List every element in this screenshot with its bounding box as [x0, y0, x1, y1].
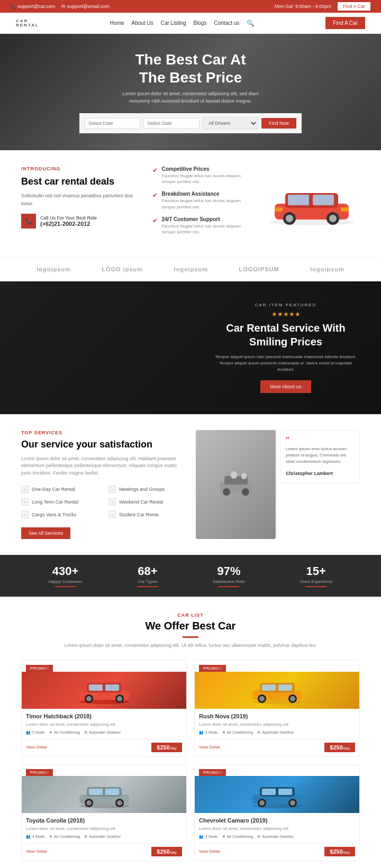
stat-satisfaction: 97% Satisfaction Rate	[213, 564, 244, 587]
svg-point-25	[117, 696, 122, 701]
svg-rect-15	[231, 471, 237, 479]
banner-content: CAR ITEM FEATURED ★★★★★ Car Rental Servi…	[212, 303, 360, 393]
hero-title: The Best Car At The Best Price	[79, 51, 302, 86]
car-ac-4: ❄ Air Conditioning	[222, 835, 253, 839]
intro-tag: INTRODUCING	[21, 166, 137, 171]
stat-customers: 430+ Happy Customers	[49, 564, 83, 587]
intro-section: INTRODUCING Best car rental deals Sollic…	[0, 150, 381, 257]
car-svg-1	[75, 675, 133, 705]
svg-rect-21	[105, 684, 119, 691]
services-testimonial: " Lorem ipsum eros luctus acusan pretium…	[280, 430, 360, 483]
intro-title: Best car rental deals	[21, 176, 137, 188]
intro-car-image	[264, 166, 360, 241]
top-bar: 📞 support@car.com ✉ support@email.com Mo…	[0, 0, 381, 13]
stat-number-1: 430+	[49, 564, 83, 578]
feature-support: ✔ 24/7 Customer Support Faucibus feugiat…	[152, 216, 248, 235]
services-left: TOP SERVICES Our service your satisfacti…	[21, 430, 185, 539]
find-now-button[interactable]: Find Now	[261, 118, 296, 129]
service-dot-1: →	[21, 486, 29, 493]
car-info-3: Toyota Corolla (2018) Lorem dolor sit am…	[22, 813, 186, 861]
car-footer-2: View Detail $250/day	[199, 739, 355, 752]
car-view-link-3[interactable]: View Detail	[26, 849, 47, 854]
see-all-services-button[interactable]: See All Services	[21, 527, 70, 539]
service-item-1: → One-Day Car Rental	[21, 484, 98, 495]
svg-point-13	[223, 488, 230, 496]
services-photo-1	[196, 430, 276, 539]
feature-text-2: Breakdown Assistance Faucibus feugiat te…	[162, 191, 248, 209]
car-features-4: 👥 4 Seats ❄ Air Conditioning ⚙ Automatic…	[199, 835, 355, 839]
banner-section: CAR ITEM FEATURED ★★★★★ Car Rental Servi…	[0, 281, 381, 414]
stat-label-3: Satisfaction Rate	[213, 579, 244, 584]
check-icon-3: ✔	[152, 217, 158, 224]
stat-bar-1	[55, 586, 76, 587]
car-ac-1: ❄ Air Conditioning	[49, 730, 80, 735]
nav-home[interactable]: Home	[110, 20, 124, 26]
car-image-2	[195, 672, 359, 709]
services-desc: Lorem ipsum dolor sit amet, consectetur …	[21, 455, 185, 477]
pickup-date-input[interactable]	[85, 118, 140, 129]
car-image-3	[22, 776, 186, 813]
car-card-1: PROMO ! Timor Hatchback (2018) Lorem dol…	[21, 660, 187, 757]
car-price-2: $250/day	[324, 743, 355, 752]
top-bar-hours: Mon-Sat: 9:00am - 6:00pm	[275, 4, 331, 9]
services-tag: TOP SERVICES	[21, 430, 185, 435]
car-svg-4	[248, 780, 306, 809]
car-info-1: Timor Hatchback (2018) Lorem dolor sit a…	[22, 709, 186, 756]
svg-rect-9	[275, 207, 283, 212]
svg-rect-38	[89, 789, 103, 795]
car-view-link-2[interactable]: View Detail	[199, 745, 220, 750]
services-section: TOP SERVICES Our service your satisfacti…	[0, 414, 381, 555]
check-icon-2: ✔	[152, 191, 158, 199]
services-right: " Lorem ipsum eros luctus acusan pretium…	[196, 430, 360, 539]
dropoff-date-input[interactable]	[143, 118, 199, 129]
find-car-button[interactable]: Find A Car	[325, 17, 365, 29]
car-footer-3: View Detail $250/day	[26, 843, 182, 856]
svg-point-0	[269, 219, 354, 225]
car-name-4: Chevrolet Camaro (2019)	[199, 817, 355, 824]
people-car-icon	[215, 469, 257, 500]
car-trans-4: ⚙ Automatic Gearbox	[257, 835, 294, 839]
car-price-4: $250/day	[324, 847, 355, 856]
logo-bar: logoipsum LOGO ipsum logoipsum LOGOIPSUM…	[0, 257, 381, 281]
service-item-3: → Long Term Car Rental	[21, 497, 98, 507]
intro-phone: 📞 Call Us For Your Best Ride (+62)21-200…	[21, 214, 137, 229]
nav-contact[interactable]: Contact us	[214, 20, 240, 26]
intro-desc: Sollicitudin nisl nisl vivamus penatibus…	[21, 192, 137, 207]
svg-rect-47	[262, 789, 276, 795]
stat-number-3: 97%	[213, 564, 244, 578]
car-desc-1: Lorem dolor sit amet, consectetur adipis…	[26, 721, 182, 727]
car-badge-4: PROMO !	[199, 769, 226, 776]
car-view-link-1[interactable]: View Detail	[26, 745, 47, 750]
svg-point-8	[329, 215, 337, 222]
search-bar: All Drivers Find Now	[79, 113, 302, 133]
car-card-4: PROMO ! Chevrolet Camaro (2019) Lorem do…	[194, 764, 360, 861]
nav-listing[interactable]: Car Listing	[161, 20, 186, 26]
search-icon[interactable]: 🔍	[247, 20, 255, 27]
car-svg-3	[75, 780, 133, 809]
services-testimonial-col: " Lorem ipsum eros luctus acusan pretium…	[280, 430, 360, 539]
svg-point-50	[259, 800, 265, 806]
top-bar-find-car[interactable]: Find A Car	[338, 2, 370, 11]
car-ac-3: ❄ Air Conditioning	[49, 835, 80, 839]
phone-text: Call Us For Your Best Ride (+62)21-2002-…	[40, 215, 97, 227]
car-info-4: Chevrolet Camaro (2019) Lorem dolor sit …	[195, 813, 359, 861]
feature-text-3: 24/7 Customer Support Faucibus feugiat t…	[162, 216, 248, 235]
car-view-link-4[interactable]: View Detail	[199, 849, 220, 854]
svg-point-14	[242, 488, 249, 496]
car-list-tag: CAR LIST	[21, 613, 360, 618]
svg-rect-10	[341, 207, 349, 212]
top-bar-right: Mon-Sat: 9:00am - 6:00pm Find A Car	[275, 2, 370, 11]
nav-about[interactable]: About Us	[132, 20, 153, 26]
car-price-3: $250/day	[151, 847, 182, 856]
service-grid: → One-Day Car Rental → Meetings and Grou…	[21, 484, 185, 520]
stat-label-1: Happy Customers	[49, 579, 83, 584]
header: CAR RENTAL Home About Us Car Listing Blo…	[0, 13, 381, 34]
stat-types: 68+ Car Types	[137, 564, 158, 587]
car-badge-1: PROMO !	[26, 665, 53, 672]
vehicle-select[interactable]: All Drivers	[203, 117, 258, 129]
nav-blogs[interactable]: Blogs	[193, 20, 206, 26]
car-features-2: 👥 5 Seats ❄ Air Conditioning ⚙ Automatic…	[199, 730, 355, 735]
svg-rect-3	[288, 195, 309, 205]
services-title: Our service your satisfaction	[21, 438, 185, 451]
more-about-button[interactable]: More About Us	[260, 380, 311, 393]
